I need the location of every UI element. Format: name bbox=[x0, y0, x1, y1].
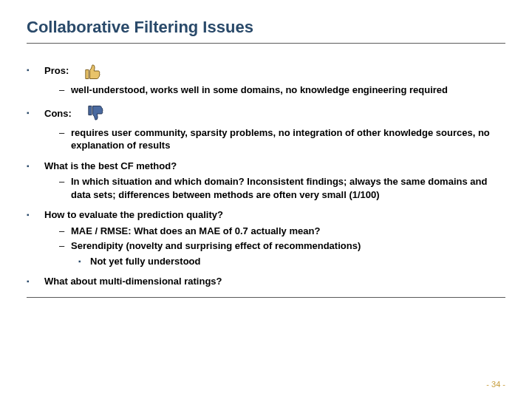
cons-row: Cons: bbox=[27, 104, 505, 123]
bottom-divider bbox=[27, 297, 505, 298]
q2-item-1: Serendipity (novelty and surprising effe… bbox=[27, 239, 505, 253]
q3-label: What about multi-dimensional ratings? bbox=[27, 275, 505, 288]
slide-title: Collaborative Filtering Issues bbox=[27, 18, 505, 37]
pros-item: well-understood, works well in some doma… bbox=[27, 83, 505, 97]
thumbs-up-icon bbox=[82, 61, 101, 81]
q1-label: What is the best CF method? bbox=[27, 160, 505, 173]
cons-label: Cons: bbox=[44, 107, 72, 120]
title-divider bbox=[27, 43, 505, 44]
pros-row: Pros: bbox=[27, 61, 505, 81]
pros-label: Pros: bbox=[44, 64, 69, 78]
thumbs-down-icon bbox=[85, 104, 104, 123]
slide: Collaborative Filtering Issues Pros: wel… bbox=[0, 0, 532, 399]
cons-item: requires user community, sparsity proble… bbox=[27, 126, 505, 152]
q2-item-0: MAE / RMSE: What does an MAE of 0.7 actu… bbox=[27, 225, 505, 238]
q2-label: How to evaluate the prediction quality? bbox=[27, 208, 505, 222]
slide-content: Pros: well-understood, works well in som… bbox=[27, 61, 505, 298]
page-number: - 34 - bbox=[486, 380, 505, 389]
q2-subitem-0: Not yet fully understood bbox=[27, 255, 505, 268]
q1-item: In which situation and which domain? Inc… bbox=[27, 175, 505, 201]
